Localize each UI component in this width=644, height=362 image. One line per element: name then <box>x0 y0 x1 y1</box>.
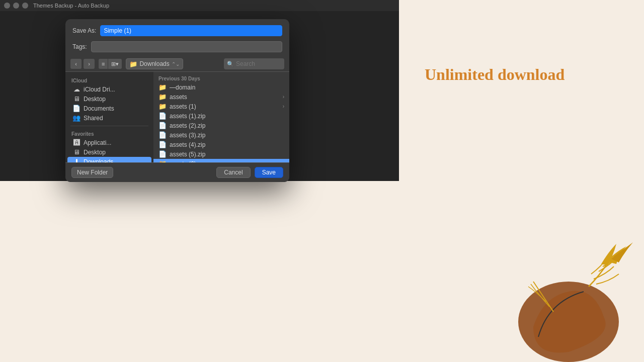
file-name-domain: —domain <box>170 84 195 91</box>
location-chevron-icon: ⌃⌄ <box>172 61 180 67</box>
folder-icon-assets6: 📁 <box>158 160 167 162</box>
save-as-row: Save As: <box>65 19 289 40</box>
downloads-icon: ⬇ <box>72 158 80 162</box>
file-item-assets[interactable]: 📁 assets › <box>153 92 289 102</box>
file-icon-assets3zip: 📄 <box>158 131 167 139</box>
dialog-footer: New Folder Cancel Save <box>65 162 289 182</box>
tags-label: Tags: <box>72 43 87 50</box>
applications-label: Applicati... <box>84 139 111 146</box>
tags-input[interactable] <box>91 41 282 52</box>
save-as-input[interactable] <box>100 25 282 36</box>
sidebar-item-applications[interactable]: 🅰 Applicati... <box>67 138 151 147</box>
shared-icon: 👥 <box>72 114 80 122</box>
desktop-label: Desktop <box>84 96 106 103</box>
window-title: Themes Backup - Auto Backup <box>33 3 109 9</box>
file-name-assets6: assets (6) <box>170 160 196 163</box>
file-item-assets6[interactable]: 📁 assets (6) › <box>153 159 289 162</box>
search-icon: 🔍 <box>227 61 234 67</box>
sidebar-item-desktop[interactable]: 🖥 Desktop <box>67 94 151 104</box>
icloud-section-label: iCloud <box>65 76 153 84</box>
file-icon-assets4zip: 📄 <box>158 141 167 148</box>
sidebar-item-downloads[interactable]: ⬇ Downloads <box>67 157 151 162</box>
desktop-icon: 🖥 <box>72 95 80 103</box>
file-item-assets5zip[interactable]: 📄 assets (5).zip <box>153 149 289 159</box>
save-as-label: Save As: <box>72 27 96 34</box>
dialog-body: iCloud ☁ iCloud Dri... 🖥 Desktop 📄 Docum… <box>65 72 289 162</box>
sidebar-item-icloud-drive[interactable]: ☁ iCloud Dri... <box>67 84 151 94</box>
traffic-light-maximize[interactable] <box>22 3 28 9</box>
file-name-assets: assets <box>170 94 187 101</box>
file-name-assets1: assets (1) <box>170 103 196 110</box>
icloud-drive-label: iCloud Dri... <box>84 86 115 93</box>
file-name-assets1zip: assets (1).zip <box>170 113 205 120</box>
arrow-icon-assets1: › <box>283 104 284 109</box>
downloads-label: Downloads <box>84 158 113 163</box>
cancel-button[interactable]: Cancel <box>216 167 250 178</box>
decorative-illustration <box>493 236 644 362</box>
file-icon-assets2zip: 📄 <box>158 122 167 129</box>
documents-label: Documents <box>84 105 114 112</box>
file-icon-assets1zip: 📄 <box>158 112 167 120</box>
save-button[interactable]: Save <box>255 167 283 178</box>
file-name-assets2zip: assets (2).zip <box>170 122 205 129</box>
location-button[interactable]: 📁 Downloads ⌃⌄ <box>126 58 183 69</box>
list-view-button[interactable]: ≡ <box>99 59 108 69</box>
view-buttons: ≡ ⊞▾ <box>99 59 122 69</box>
nav-bar: ‹ › ≡ ⊞▾ 📁 Downloads ⌃⌄ 🔍 <box>65 56 289 72</box>
file-section-label: Previous 30 Days <box>153 74 289 82</box>
folder-icon-domain: 📁 <box>158 83 167 91</box>
favorites-section-label: Favorites <box>65 129 153 138</box>
file-list: Previous 30 Days 📁 —domain 📁 assets › 📁 … <box>153 72 289 162</box>
traffic-light-close[interactable] <box>4 3 10 9</box>
back-button[interactable]: ‹ <box>70 59 82 69</box>
folder-icon: 📁 <box>129 60 137 68</box>
file-item-domain[interactable]: 📁 —domain <box>153 82 289 92</box>
file-item-assets4zip[interactable]: 📄 assets (4).zip <box>153 140 289 149</box>
icloud-drive-icon: ☁ <box>72 85 80 93</box>
fav-desktop-icon: 🖥 <box>72 148 80 156</box>
arrow-icon-assets6: › <box>283 161 284 162</box>
file-name-assets5zip: assets (5).zip <box>170 151 205 158</box>
documents-icon: 📄 <box>72 105 80 112</box>
folder-icon-assets1: 📁 <box>158 103 167 110</box>
traffic-light-minimize[interactable] <box>13 3 19 9</box>
file-name-assets3zip: assets (3).zip <box>170 132 205 139</box>
sidebar-item-fav-desktop[interactable]: 🖥 Desktop <box>67 147 151 157</box>
file-icon-assets5zip: 📄 <box>158 150 167 158</box>
file-item-assets3zip[interactable]: 📄 assets (3).zip <box>153 130 289 140</box>
folder-icon-assets: 📁 <box>158 93 167 101</box>
sidebar-divider-1 <box>70 126 148 126</box>
file-item-assets1zip[interactable]: 📄 assets (1).zip <box>153 111 289 121</box>
unlimited-download-text: Unlimited download <box>425 65 565 84</box>
file-name-assets4zip: assets (4).zip <box>170 141 205 148</box>
file-item-assets2zip[interactable]: 📄 assets (2).zip <box>153 121 289 130</box>
file-item-assets1[interactable]: 📁 assets (1) › <box>153 102 289 111</box>
fav-desktop-label: Desktop <box>84 149 106 156</box>
forward-button[interactable]: › <box>84 59 95 69</box>
arrow-icon-assets: › <box>283 94 284 100</box>
shared-label: Shared <box>84 115 103 122</box>
search-input[interactable] <box>236 60 281 67</box>
column-view-button[interactable]: ⊞▾ <box>108 59 122 69</box>
sidebar-item-shared[interactable]: 👥 Shared <box>67 113 151 123</box>
search-box: 🔍 <box>224 58 284 69</box>
title-bar: Themes Backup - Auto Backup <box>0 0 399 11</box>
sidebar: iCloud ☁ iCloud Dri... 🖥 Desktop 📄 Docum… <box>65 72 153 162</box>
location-label: Downloads <box>139 60 169 67</box>
sidebar-item-documents[interactable]: 📄 Documents <box>67 104 151 113</box>
tags-row: Tags: <box>65 40 289 56</box>
new-folder-button[interactable]: New Folder <box>71 167 113 178</box>
applications-icon: 🅰 <box>72 139 80 146</box>
save-dialog: Save As: Tags: ‹ › ≡ ⊞▾ 📁 Downloads ⌃⌄ 🔍… <box>65 19 289 182</box>
